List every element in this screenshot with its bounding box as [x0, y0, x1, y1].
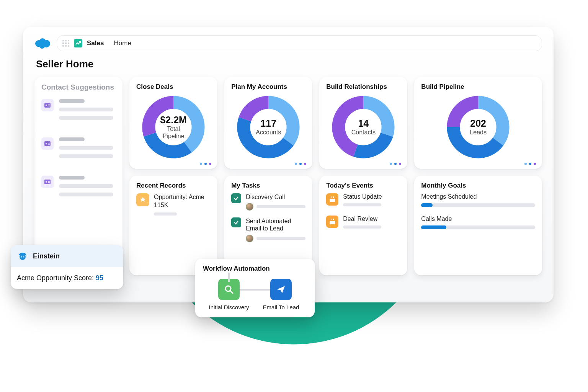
svg-rect-27 — [48, 182, 50, 183]
svg-rect-24 — [44, 180, 51, 184]
card-build-relationships[interactable]: Build Relationships14Contacts — [319, 77, 407, 169]
pager-dots[interactable] — [390, 163, 401, 165]
task-item[interactable]: Send Automated Email to Lead — [231, 217, 305, 242]
contact-icon — [41, 137, 54, 150]
recent-record-item[interactable]: Opportunity: Acme 115K — [136, 193, 211, 216]
checkbox-checked-icon[interactable] — [231, 217, 241, 227]
workflow-popover[interactable]: Workflow Automation Initial Discovery Em… — [195, 259, 315, 317]
calendar-icon — [326, 216, 338, 228]
workflow-title: Workflow Automation — [203, 265, 307, 273]
event-text: Deal Review — [343, 216, 381, 222]
workflow-step-label: Initial Discovery — [209, 304, 249, 310]
goal-item: Meetings Scheduled — [421, 193, 535, 207]
goal-label: Calls Made — [421, 216, 535, 222]
task-name: Discovery Call — [246, 193, 305, 201]
workflow-step-label: Email To Lead — [263, 304, 299, 310]
svg-rect-33 — [330, 219, 335, 221]
monthly-goals-title: Monthly Goals — [421, 182, 535, 189]
svg-rect-19 — [48, 106, 50, 106]
svg-rect-31 — [333, 196, 334, 198]
recent-records-title: Recent Records — [136, 182, 211, 189]
nav-bar: Sales Home — [57, 35, 542, 51]
event-item[interactable]: Status Update — [326, 193, 400, 206]
svg-rect-20 — [44, 141, 51, 146]
goal-label: Meetings Scheduled — [421, 193, 535, 200]
card-todays-events: Today's Events Status Update Deal Review — [319, 176, 407, 275]
event-text: Status Update — [343, 193, 382, 200]
svg-point-37 — [21, 256, 22, 257]
svg-point-21 — [46, 143, 47, 144]
send-icon — [270, 279, 292, 300]
my-tasks-title: My Tasks — [231, 182, 305, 189]
card-monthly-goals: Monthly Goals Meetings Scheduled Calls M… — [414, 176, 542, 275]
contact-icon — [41, 176, 54, 188]
contact-suggestions-title: Contact Suggestions — [41, 83, 116, 91]
donut-title: Plan My Accounts — [231, 83, 305, 91]
card-plan-my-accounts[interactable]: Plan My Accounts117Accounts — [224, 77, 312, 169]
task-name: Send Automated Email to Lead — [246, 217, 305, 232]
einstein-title: Einstein — [33, 252, 60, 260]
svg-rect-16 — [44, 103, 51, 108]
svg-rect-35 — [333, 219, 334, 220]
svg-point-38 — [23, 256, 24, 257]
einstein-popover[interactable]: Einstein Acme Opportunity Score: 95 — [11, 245, 123, 289]
task-item[interactable]: Discovery Call — [231, 193, 305, 211]
einstein-score: 95 — [96, 274, 103, 282]
event-item[interactable]: Deal Review — [326, 216, 400, 229]
svg-rect-23 — [48, 144, 50, 145]
sales-app-icon — [74, 39, 82, 47]
svg-rect-18 — [48, 105, 50, 105]
svg-point-17 — [46, 105, 47, 106]
search-icon — [218, 279, 240, 300]
svg-point-25 — [46, 181, 47, 183]
opportunity-icon — [136, 193, 149, 206]
pager-dots[interactable] — [295, 163, 306, 165]
svg-rect-30 — [331, 196, 332, 198]
contact-icon — [41, 99, 54, 111]
svg-rect-29 — [330, 197, 335, 199]
avatar — [246, 235, 253, 242]
page-title: Seller Home — [36, 58, 542, 70]
nav-app-name[interactable]: Sales — [87, 39, 104, 47]
donut-title: Build Relationships — [326, 83, 400, 91]
workflow-step-email-to-lead[interactable]: Email To Lead — [255, 279, 307, 310]
nav-tab-home[interactable]: Home — [114, 39, 131, 47]
svg-line-40 — [230, 291, 233, 293]
pager-dots[interactable] — [524, 163, 536, 165]
avatar — [246, 203, 253, 211]
einstein-body: Acme Opportunity Score: 95 — [11, 267, 123, 289]
salesforce-logo-icon — [34, 38, 51, 49]
pager-dots[interactable] — [200, 163, 211, 165]
svg-point-3 — [39, 42, 45, 49]
topbar: Sales Home — [34, 35, 542, 51]
recent-record-text: Opportunity: Acme 115K — [154, 193, 211, 209]
donut-title: Close Deals — [136, 83, 211, 91]
suggestion-row[interactable] — [41, 137, 116, 163]
goal-item: Calls Made — [421, 216, 535, 229]
card-close-deals[interactable]: Close Deals$2.2MTotalPipeline — [129, 77, 217, 169]
einstein-icon — [17, 250, 28, 262]
svg-rect-26 — [48, 181, 50, 182]
workflow-step-initial-discovery[interactable]: Initial Discovery — [203, 279, 255, 310]
calendar-icon — [326, 193, 338, 206]
app-launcher-icon[interactable] — [62, 40, 69, 47]
suggestion-row[interactable] — [41, 176, 116, 201]
donut-title: Build Pipeline — [421, 83, 535, 91]
card-build-pipeline[interactable]: Build Pipeline202Leads — [414, 77, 542, 169]
svg-rect-22 — [48, 143, 50, 144]
checkbox-checked-icon[interactable] — [231, 193, 241, 203]
suggestion-row[interactable] — [41, 99, 116, 124]
todays-events-title: Today's Events — [326, 182, 400, 189]
svg-rect-34 — [331, 219, 332, 220]
